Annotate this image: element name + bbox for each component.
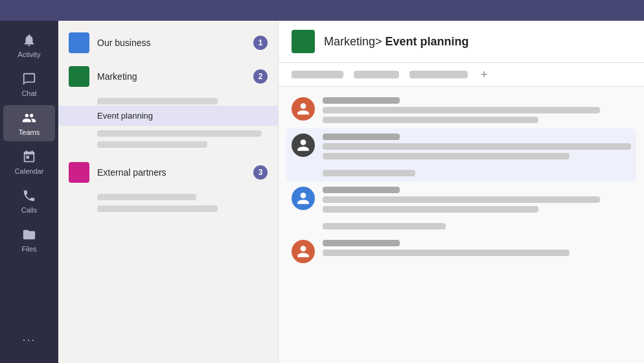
message-row-3 [292,187,631,229]
teams-panel: Our business 1 Marketing 2 Event plannin… [58,21,279,363]
channel-placeholder-5 [97,205,218,212]
add-tab-button[interactable]: + [481,68,488,82]
team-name-external-partners: External partners [97,167,246,178]
message-content-4 [323,240,631,256]
tab-3[interactable] [409,71,468,78]
team-badge-external-partners: 3 [253,165,268,180]
message-content-2 [323,134,631,176]
avatar-4 [292,240,315,263]
message-content-1 [323,97,631,123]
channel-placeholder-2 [97,130,262,137]
chat-header: Marketing> Event planning [279,21,644,63]
chat-icon [21,71,37,87]
msg-line-2c [323,170,415,176]
msg-line-4a [323,250,569,256]
calendar-icon [21,149,37,165]
team-name-our-business: Our business [97,38,246,48]
avatar-3 [292,187,315,210]
msg-line-2b [323,153,569,159]
teams-icon [21,110,37,126]
msg-line-1a [323,107,600,113]
nav-label-activity: Activity [18,51,41,58]
tabs-bar: + [279,63,644,87]
team-item-marketing[interactable]: Marketing 2 [58,60,278,93]
team-badge-our-business: 1 [253,36,268,50]
msg-name-1 [323,97,400,104]
calls-icon [21,188,37,204]
channel-title: Marketing> Event planning [324,35,469,49]
avatar-1 [292,97,315,121]
nav-item-files[interactable]: Files [3,222,55,258]
message-row-2 [286,128,636,182]
msg-line-3c [323,223,446,229]
bell-icon [21,32,37,48]
team-color-external-partners [69,162,89,183]
tab-2[interactable] [354,71,399,78]
message-row-1 [292,97,631,123]
msg-line-3a [323,196,600,203]
channel-placeholder-4 [97,194,196,200]
nav-item-calls[interactable]: Calls [3,183,55,219]
channel-placeholder-3 [97,141,207,148]
files-icon [21,227,37,242]
tab-1[interactable] [292,71,343,78]
more-icon: ... [22,331,36,344]
msg-line-2a [323,143,631,150]
nav-label-calls: Calls [21,206,37,214]
nav-label-files: Files [21,245,36,253]
messages-area [279,87,644,363]
team-badge-marketing: 2 [253,69,268,84]
nav-label-calendar: Calendar [15,167,44,175]
nav-label-teams: Teams [19,128,40,136]
left-navigation: Activity Chat Teams [0,21,58,363]
msg-name-3 [323,187,400,193]
breadcrumb-parent: Marketing> [324,35,385,48]
team-color-our-business [69,32,89,53]
team-name-marketing: Marketing [97,71,246,82]
message-row-4 [292,240,631,263]
team-item-external-partners[interactable]: External partners 3 [58,156,278,189]
msg-line-3b [323,206,538,213]
message-content-3 [323,187,631,229]
nav-item-chat[interactable]: Chat [3,66,55,102]
nav-label-chat: Chat [21,89,36,97]
nav-item-activity[interactable]: Activity [3,27,55,64]
chat-panel: Marketing> Event planning + [279,21,644,363]
nav-item-calendar[interactable]: Calendar [3,144,55,180]
avatar-2 [292,134,315,157]
team-item-our-business[interactable]: Our business 1 [58,26,278,60]
title-bar [0,0,644,21]
msg-line-1b [323,117,538,123]
nav-item-more[interactable]: ... [3,319,55,355]
msg-name-4 [323,240,400,246]
nav-item-teams[interactable]: Teams [3,105,55,141]
msg-name-2 [323,134,400,140]
team-color-marketing [69,66,89,87]
channel-placeholder-1 [97,98,218,104]
channel-header-icon [292,30,315,53]
channel-item-event-planning[interactable]: Event planning [58,106,278,126]
breadcrumb-current: Event planning [385,35,469,48]
